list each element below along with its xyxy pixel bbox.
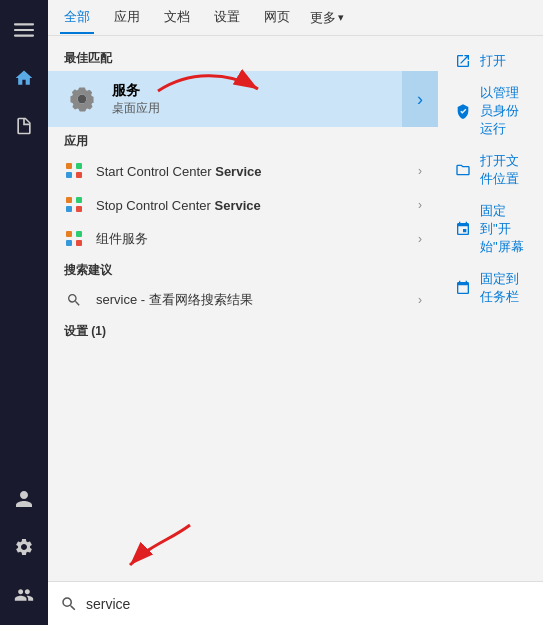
search-suggestion-text: service - 查看网络搜索结果 (96, 291, 418, 309)
app-item-component-services[interactable]: 组件服务 › (48, 222, 438, 256)
tabs-row: 全部 应用 文档 设置 网页 更多 ▾ (48, 0, 543, 36)
gear-icon (14, 537, 34, 557)
app-name-0: Start Control Center Service (96, 164, 418, 179)
apps-section-title: 应用 (48, 127, 438, 154)
app-name-2: 组件服务 (96, 230, 418, 248)
best-match-item-subtitle: 桌面应用 (112, 100, 422, 117)
svg-rect-15 (76, 231, 82, 237)
action-pin-taskbar[interactable]: 固定到任务栏 (454, 266, 527, 310)
svg-rect-10 (66, 206, 72, 212)
app-icon-0 (64, 161, 84, 181)
svg-rect-13 (66, 231, 72, 237)
svg-rect-8 (76, 172, 82, 178)
svg-rect-6 (66, 172, 72, 178)
app-item-stop-control[interactable]: Stop Control Center Service › (48, 188, 438, 222)
svg-point-3 (78, 95, 87, 104)
action-file-location-label: 打开文件位置 (480, 152, 527, 188)
tab-docs[interactable]: 文档 (160, 2, 194, 34)
action-pin-taskbar-label: 固定到任务栏 (480, 270, 527, 306)
action-open[interactable]: 打开 (454, 48, 527, 74)
svg-rect-12 (76, 206, 82, 212)
sidebar-item-settings[interactable] (0, 525, 48, 569)
search-web-icon (66, 292, 82, 308)
results-area: 最佳匹配 服务 桌面应用 › (48, 36, 543, 581)
svg-rect-2 (14, 35, 34, 37)
sidebar-item-home[interactable] (0, 56, 48, 100)
pin-taskbar-icon (454, 279, 472, 297)
svg-rect-14 (66, 240, 72, 246)
best-match-item[interactable]: 服务 桌面应用 › (48, 71, 438, 127)
more-tab-label: 更多 (310, 9, 336, 27)
sidebar-bottom (0, 477, 48, 625)
left-panel: 最佳匹配 服务 桌面应用 › (48, 36, 438, 581)
component-services-icon (65, 230, 83, 248)
app-chevron-0: › (418, 164, 422, 178)
file-location-icon (454, 161, 472, 179)
best-match-item-title: 服务 (112, 82, 422, 100)
sidebar-item-user[interactable] (0, 477, 48, 521)
user-icon (14, 489, 34, 509)
sidebar-item-document[interactable] (0, 104, 48, 148)
document-icon (14, 116, 34, 136)
action-run-as-admin-label: 以管理员身份运行 (480, 84, 527, 138)
open-icon (454, 52, 472, 70)
tab-web[interactable]: 网页 (260, 2, 294, 34)
sidebar (0, 0, 48, 625)
home-icon (14, 68, 34, 88)
svg-rect-0 (14, 23, 34, 25)
action-file-location[interactable]: 打开文件位置 (454, 148, 527, 192)
more-tab-button[interactable]: 更多 ▾ (310, 9, 344, 27)
people-icon (14, 585, 34, 605)
svg-rect-16 (76, 240, 82, 246)
svg-rect-1 (14, 29, 34, 31)
run-as-admin-icon (454, 102, 472, 120)
action-pin-start[interactable]: 固定到"开始"屏幕 (454, 198, 527, 260)
best-match-title: 最佳匹配 (48, 44, 438, 71)
control-center-icon-0 (65, 162, 83, 180)
app-chevron-2: › (418, 232, 422, 246)
svg-rect-11 (76, 197, 82, 203)
best-match-text: 服务 桌面应用 (112, 82, 422, 117)
search-suggestions-title: 搜索建议 (48, 256, 438, 283)
app-chevron-1: › (418, 198, 422, 212)
tab-apps[interactable]: 应用 (110, 2, 144, 34)
app-name-1: Stop Control Center Service (96, 198, 418, 213)
svg-rect-5 (66, 163, 72, 169)
search-suggestion-chevron: › (418, 293, 422, 307)
action-pin-start-label: 固定到"开始"屏幕 (480, 202, 527, 256)
sidebar-item-menu[interactable] (0, 8, 48, 52)
tab-settings[interactable]: 设置 (210, 2, 244, 34)
svg-rect-9 (66, 197, 72, 203)
sidebar-item-people[interactable] (0, 573, 48, 617)
menu-icon (14, 20, 34, 40)
tab-all[interactable]: 全部 (60, 2, 94, 34)
action-run-as-admin[interactable]: 以管理员身份运行 (454, 80, 527, 142)
search-suggestion-item[interactable]: service - 查看网络搜索结果 › (48, 283, 438, 317)
right-panel: 打开 以管理员身份运行 打开文件位置 固定到"开始"屏幕 (438, 36, 543, 581)
main-area: 全部 应用 文档 设置 网页 更多 ▾ 最佳匹配 (48, 0, 543, 625)
search-bar-icon (60, 595, 78, 613)
settings-section-title: 设置 (1) (48, 317, 438, 344)
chevron-down-icon: ▾ (338, 11, 344, 24)
search-bar (48, 581, 543, 625)
action-open-label: 打开 (480, 52, 506, 70)
svg-rect-7 (76, 163, 82, 169)
best-match-container: 服务 桌面应用 › (48, 71, 438, 127)
control-center-icon-1 (65, 196, 83, 214)
app-icon-1 (64, 195, 84, 215)
service-gear-icon (66, 83, 98, 115)
service-icon-area (64, 81, 100, 117)
best-match-open-arrow[interactable]: › (402, 71, 438, 127)
app-icon-2 (64, 229, 84, 249)
search-input[interactable] (86, 596, 531, 612)
app-item-start-control[interactable]: Start Control Center Service › (48, 154, 438, 188)
search-suggestion-icon (64, 290, 84, 310)
search-icon (60, 595, 78, 613)
pin-start-icon (454, 220, 472, 238)
